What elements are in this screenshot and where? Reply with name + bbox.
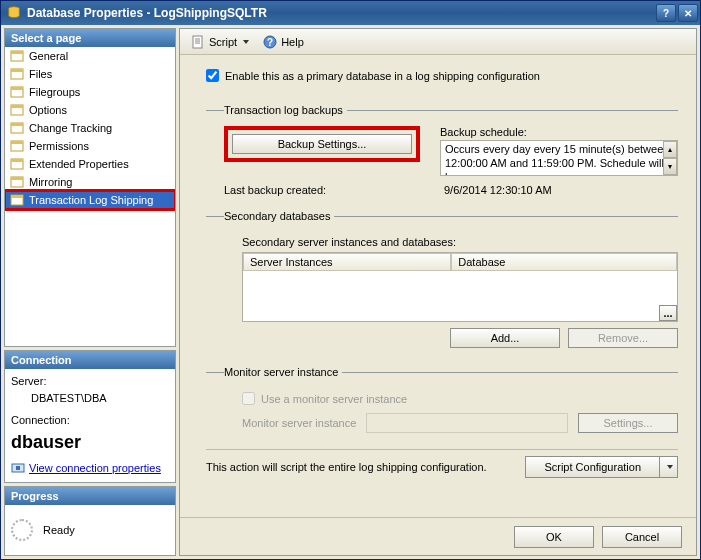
database-icon: [7, 6, 21, 20]
add-button[interactable]: Add...: [450, 328, 560, 348]
sidebar-item-mirroring[interactable]: Mirroring: [5, 173, 175, 191]
schedule-scrollbar[interactable]: ▴▾: [663, 141, 677, 175]
sidebar-item-permissions[interactable]: Permissions: [5, 137, 175, 155]
toolbar-label: Script: [209, 36, 237, 48]
column-header-database[interactable]: Database: [451, 253, 677, 271]
main-content: Enable this as a primary database in a l…: [180, 55, 696, 517]
page-icon: [9, 103, 25, 117]
secondary-instances-label: Secondary server instances and databases…: [242, 236, 678, 248]
chevron-down-icon[interactable]: [659, 457, 677, 477]
svg-text:?: ?: [267, 37, 273, 48]
svg-rect-18: [11, 195, 23, 198]
transaction-log-backups-group: Transaction log backups Backup Settings.…: [206, 104, 678, 202]
sidebar-item-label: Transaction Log Shipping: [29, 194, 153, 206]
page-icon: [9, 67, 25, 81]
select-page-header: Select a page: [5, 29, 175, 47]
server-label: Server:: [11, 373, 169, 390]
titlebar[interactable]: Database Properties - LogShippingSQLTR ?…: [1, 1, 700, 25]
sidebar-item-files[interactable]: Files: [5, 65, 175, 83]
sidebar-item-label: Filegroups: [29, 86, 80, 98]
svg-rect-16: [11, 177, 23, 180]
server-value: DBATEST\DBA: [11, 390, 169, 407]
sidebar-item-label: Mirroring: [29, 176, 72, 188]
secondary-instances-table[interactable]: Server Instances Database ...: [242, 252, 678, 322]
sidebar-item-transaction-log-shipping[interactable]: Transaction Log Shipping: [5, 191, 175, 209]
group-legend: Monitor server instance: [224, 366, 342, 378]
page-icon: [9, 175, 25, 189]
monitor-settings-button: Settings...: [578, 413, 678, 433]
dialog-window: Database Properties - LogShippingSQLTR ?…: [0, 0, 701, 560]
window-title: Database Properties - LogShippingSQLTR: [27, 6, 656, 20]
remove-button: Remove...: [568, 328, 678, 348]
backup-schedule-label: Backup schedule:: [440, 126, 678, 138]
page-icon: [9, 193, 25, 207]
sidebar-item-general[interactable]: General: [5, 47, 175, 65]
chevron-down-icon: [243, 40, 249, 44]
progress-spinner-icon: [11, 519, 33, 541]
view-connection-properties-link[interactable]: View connection properties: [29, 460, 161, 477]
script-configuration-button[interactable]: Script Configuration: [525, 456, 678, 478]
page-icon: [9, 49, 25, 63]
sidebar-item-label: Change Tracking: [29, 122, 112, 134]
svg-rect-20: [16, 466, 20, 470]
separator: [206, 449, 678, 450]
help-window-button[interactable]: ?: [656, 4, 676, 22]
group-legend: Transaction log backups: [224, 104, 347, 116]
sidebar-item-label: General: [29, 50, 68, 62]
connection-body: Server: DBATEST\DBA Connection: dbauser …: [5, 369, 175, 482]
monitor-instance-field-label: Monitor server instance: [242, 417, 356, 429]
svg-rect-21: [193, 36, 202, 48]
page-icon: [9, 157, 25, 171]
help-toolbar-button[interactable]: ? Help: [258, 32, 309, 52]
sidebar-item-label: Permissions: [29, 140, 89, 152]
svg-rect-10: [11, 123, 23, 126]
toolbar: Script ? Help: [180, 29, 696, 55]
page-list: General Files Filegroups Options Change …: [5, 47, 175, 346]
sidebar-item-label: Options: [29, 104, 67, 116]
connection-header: Connection: [5, 351, 175, 369]
help-icon: ?: [263, 35, 277, 49]
monitor-server-group: Monitor server instance Use a monitor se…: [206, 366, 678, 441]
backup-settings-button[interactable]: Backup Settings...: [232, 134, 412, 154]
last-backup-value: 9/6/2014 12:30:10 AM: [444, 184, 552, 196]
script-toolbar-button[interactable]: Script: [186, 32, 254, 52]
enable-primary-checkbox[interactable]: [206, 69, 219, 82]
sidebar-item-change-tracking[interactable]: Change Tracking: [5, 119, 175, 137]
sidebar-item-extended-properties[interactable]: Extended Properties: [5, 155, 175, 173]
close-window-button[interactable]: ✕: [678, 4, 698, 22]
script-action-text: This action will script the entire log s…: [206, 461, 487, 473]
button-label: Script Configuration: [526, 461, 659, 473]
page-icon: [9, 139, 25, 153]
svg-rect-12: [11, 141, 23, 144]
connection-label: Connection:: [11, 412, 169, 429]
cancel-button[interactable]: Cancel: [602, 526, 682, 548]
script-icon: [191, 35, 205, 49]
use-monitor-label: Use a monitor server instance: [261, 393, 407, 405]
sidebar-item-filegroups[interactable]: Filegroups: [5, 83, 175, 101]
column-header-server[interactable]: Server Instances: [243, 253, 451, 271]
last-backup-label: Last backup created:: [224, 184, 444, 196]
highlight-annotation: Backup Settings...: [224, 126, 420, 162]
page-icon: [9, 121, 25, 135]
progress-status: Ready: [43, 524, 75, 536]
svg-rect-8: [11, 105, 23, 108]
backup-schedule-display: Occurs every day every 15 minute(s) betw…: [440, 140, 678, 176]
ok-button[interactable]: OK: [514, 526, 594, 548]
sidebar-item-label: Extended Properties: [29, 158, 129, 170]
connection-value: dbauser: [11, 429, 169, 456]
svg-rect-6: [11, 87, 23, 90]
svg-rect-14: [11, 159, 23, 162]
enable-primary-label: Enable this as a primary database in a l…: [225, 70, 540, 82]
monitor-instance-input: [366, 413, 568, 433]
page-icon: [9, 85, 25, 99]
dialog-footer: OK Cancel: [180, 517, 696, 555]
sidebar-item-label: Files: [29, 68, 52, 80]
svg-rect-4: [11, 69, 23, 72]
connection-props-icon: [11, 462, 25, 474]
group-legend: Secondary databases: [224, 210, 334, 222]
svg-rect-2: [11, 51, 23, 54]
use-monitor-checkbox: [242, 392, 255, 405]
progress-header: Progress: [5, 487, 175, 505]
browse-button[interactable]: ...: [659, 305, 677, 321]
sidebar-item-options[interactable]: Options: [5, 101, 175, 119]
